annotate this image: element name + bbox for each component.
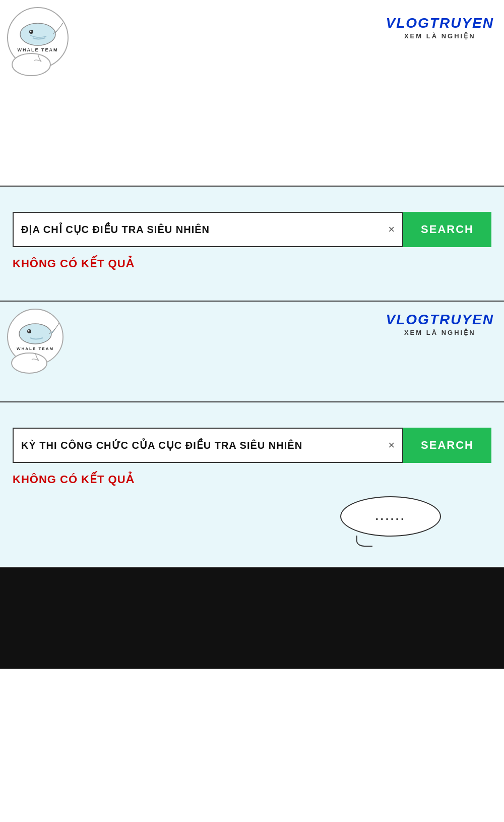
search-input-wrapper-2: KỲ THI CÔNG CHỨC CỦA CỤC ĐIỀU TRA SIÊU N… [13,428,403,463]
search-input-wrapper-1: ĐỊA CHỈ CỤC ĐIỀU TRA SIÊU NHIÊN × [13,212,403,247]
clear-search-1-icon[interactable]: × [388,223,395,236]
mid-panel: WHALE TEAM VLOGTRUYEN XEM LÀ NGHIỆN [0,302,504,402]
clear-search-2-icon[interactable]: × [388,439,395,452]
vlog-subtitle: XEM LÀ NGHIỆN [386,32,494,40]
svg-text:WHALE TEAM: WHALE TEAM [18,47,58,52]
speech-bubble: ...... [340,496,441,537]
search-row-1: ĐỊA CHỈ CỤC ĐIỀU TRA SIÊU NHIÊN × SEARCH [13,212,491,247]
svg-point-1 [20,23,55,45]
whale-logo-top: WHALE TEAM [5,5,76,76]
search-row-2: KỲ THI CÔNG CHỨC CỦA CỤC ĐIỀU TRA SIÊU N… [13,428,491,463]
search-button-1[interactable]: SEARCH [403,212,491,247]
search-button-2[interactable]: SEARCH [403,428,491,463]
bottom-panel [0,568,504,669]
svg-point-3 [30,31,32,32]
search-query-1: ĐỊA CHỈ CỤC ĐIỀU TRA SIÊU NHIÊN [21,223,383,236]
search-panel-1: ĐỊA CHỈ CỤC ĐIỀU TRA SIÊU NHIÊN × SEARCH… [0,187,504,302]
vlogtruyen-logo-mid: VLOGTRUYEN XEM LÀ NGHIỆN [386,312,494,336]
svg-text:WHALE TEAM: WHALE TEAM [17,346,54,351]
top-panel: WHALE TEAM VLOGTRUYEN XEM LÀ NGHIỆN [0,0,504,187]
svg-point-11 [12,353,47,373]
svg-point-5 [12,53,50,76]
svg-point-7 [19,324,51,344]
search-query-2: KỲ THI CÔNG CHỨC CỦA CỤC ĐIỀU TRA SIÊU N… [21,439,383,451]
speech-dots: ...... [375,510,406,523]
vlogtruyen-logo-top: VLOGTRUYEN XEM LÀ NGHIỆN [386,15,494,40]
vlog-subtitle-mid: XEM LÀ NGHIỆN [386,329,494,336]
vlog-title: VLOGTRUYEN [386,15,494,31]
vlog-title-mid: VLOGTRUYEN [386,312,494,328]
svg-point-9 [28,330,30,332]
no-result-2: KHÔNG CÓ KẾT QUẢ [13,473,491,486]
whale-logo-mid: WHALE TEAM [5,307,71,384]
no-result-1: KHÔNG CÓ KẾT QUẢ [13,257,491,270]
search-panel-2: KỲ THI CÔNG CHỨC CỦA CỤC ĐIỀU TRA SIÊU N… [0,402,504,568]
